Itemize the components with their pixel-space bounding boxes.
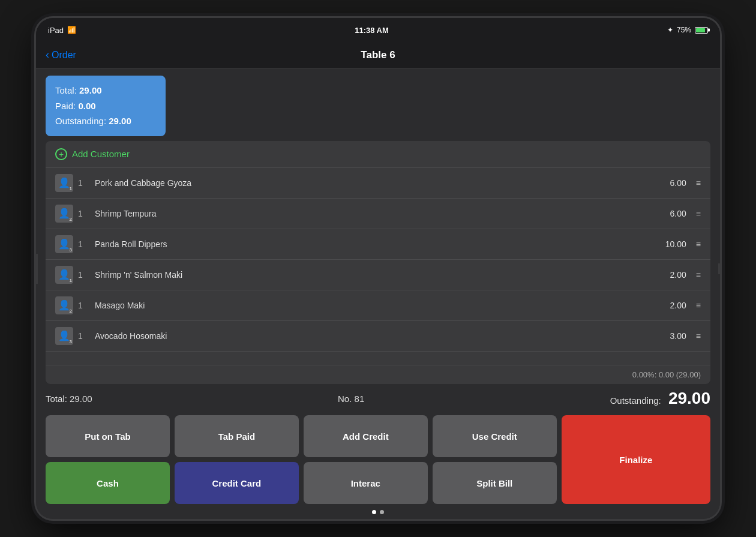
- finalize-button[interactable]: Finalize: [562, 415, 710, 504]
- use-credit-button[interactable]: Use Credit: [433, 415, 557, 457]
- footer-outstanding-label: Outstanding:: [610, 395, 661, 406]
- split-bill-button[interactable]: Split Bill: [433, 462, 557, 504]
- outstanding-label: Outstanding:: [55, 116, 106, 126]
- nav-title: Table 6: [361, 49, 395, 61]
- summary-card: Total: 29.00 Paid: 0.00 Outstanding: 29.…: [46, 76, 166, 136]
- avatar: 👤 1: [55, 266, 73, 284]
- menu-lines-icon[interactable]: ≡: [696, 209, 701, 218]
- device-name: iPad: [48, 26, 64, 35]
- back-label: Order: [52, 50, 76, 61]
- table-row[interactable]: 👤 1 1 Pork and Cabbage Gyoza 6.00 ≡: [46, 168, 710, 199]
- order-items-list: 👤 1 1 Pork and Cabbage Gyoza 6.00 ≡ 👤 2 …: [46, 168, 710, 365]
- ipad-frame: iPad 📶 11:38 AM ✦ 75% ‹ Order Table 6 To…: [36, 18, 720, 519]
- put-on-tab-button[interactable]: Put on Tab: [46, 415, 170, 457]
- credit-card-button[interactable]: Credit Card: [175, 462, 299, 504]
- table-row[interactable]: 👤 3 1 Avocado Hosomaki 3.00 ≡: [46, 321, 710, 352]
- order-num-label: No.: [338, 394, 352, 404]
- person-icon: 👤: [58, 177, 70, 188]
- table-row[interactable]: 👤 1 1 Shrimp 'n' Salmon Maki 2.00 ≡: [46, 260, 710, 290]
- pagination-dot-1: [372, 510, 376, 514]
- paid-label: Paid:: [55, 101, 76, 111]
- footer-outstanding-value: 29.00: [668, 389, 710, 407]
- side-button-right[interactable]: [718, 263, 720, 274]
- menu-lines-icon[interactable]: ≡: [696, 270, 701, 280]
- footer-total: Total: 29.00: [46, 394, 92, 404]
- nav-bar: ‹ Order Table 6: [36, 42, 720, 68]
- item-qty: 1: [78, 178, 90, 188]
- item-qty: 1: [78, 239, 90, 249]
- item-price: 2.00: [656, 301, 686, 310]
- avatar: 👤 3: [55, 235, 73, 253]
- side-button-left[interactable]: [36, 254, 38, 284]
- action-buttons: Put on Tab Tab Paid Add Credit Use Credi…: [36, 410, 720, 508]
- back-button[interactable]: ‹ Order: [46, 49, 76, 61]
- avatar: 👤 1: [55, 174, 73, 192]
- tax-line: 0.00%: 0.00 (29.00): [46, 365, 710, 384]
- person-icon: 👤: [58, 208, 70, 219]
- avatar-number: 1: [70, 278, 72, 283]
- avatar-number: 2: [70, 308, 72, 314]
- cash-button[interactable]: Cash: [46, 462, 170, 504]
- add-customer-label: Add Customer: [72, 149, 130, 159]
- item-qty: 1: [78, 209, 90, 218]
- battery-pct: 75%: [677, 26, 691, 34]
- add-credit-button[interactable]: Add Credit: [304, 415, 428, 457]
- paid-value: 0.00: [78, 101, 95, 111]
- item-name: Shrimp Tempura: [95, 209, 656, 218]
- interac-button[interactable]: Interac: [304, 462, 428, 504]
- status-left: iPad 📶: [48, 26, 76, 35]
- person-icon: 👤: [58, 238, 70, 250]
- item-name: Pork and Cabbage Gyoza: [95, 178, 656, 188]
- tab-paid-button[interactable]: Tab Paid: [175, 415, 299, 457]
- item-price: 6.00: [656, 209, 686, 218]
- bluetooth-icon: ✦: [667, 26, 673, 34]
- item-qty: 1: [78, 331, 90, 341]
- table-row[interactable]: 👤 2 1 Shrimp Tempura 6.00 ≡: [46, 199, 710, 229]
- menu-lines-icon[interactable]: ≡: [696, 331, 701, 341]
- menu-lines-icon[interactable]: ≡: [696, 239, 701, 249]
- person-icon: 👤: [58, 330, 70, 341]
- order-num: 81: [355, 394, 365, 404]
- chevron-left-icon: ‹: [46, 49, 49, 61]
- menu-lines-icon[interactable]: ≡: [696, 178, 701, 188]
- outstanding-value: 29.00: [109, 116, 131, 126]
- avatar: 👤 2: [55, 296, 73, 314]
- add-customer-button[interactable]: + Add Customer: [46, 141, 710, 168]
- item-name: Shrimp 'n' Salmon Maki: [95, 270, 656, 280]
- person-icon: 👤: [58, 299, 70, 311]
- clock: 11:38 AM: [355, 26, 389, 35]
- status-bar: iPad 📶 11:38 AM ✦ 75%: [36, 18, 720, 42]
- avatar: 👤 2: [55, 205, 73, 223]
- footer-total-label: Total:: [46, 394, 67, 404]
- outstanding-row: Outstanding: 29.00: [55, 113, 156, 129]
- avatar-number: 3: [70, 247, 72, 253]
- status-right: ✦ 75%: [667, 26, 708, 34]
- item-name: Masago Maki: [95, 301, 656, 310]
- pagination-dot-2: [380, 510, 384, 514]
- item-price: 6.00: [656, 178, 686, 188]
- avatar-number: 3: [70, 339, 72, 344]
- item-price: 2.00: [656, 270, 686, 280]
- main-content: Total: 29.00 Paid: 0.00 Outstanding: 29.…: [36, 68, 720, 519]
- total-row: Total: 29.00: [55, 83, 156, 98]
- person-icon: 👤: [58, 269, 70, 280]
- item-name: Panda Roll Dippers: [95, 239, 656, 249]
- table-row[interactable]: 👤 2 1 Masago Maki 2.00 ≡: [46, 290, 710, 321]
- footer-total-value: 29.00: [70, 394, 92, 404]
- menu-lines-icon[interactable]: ≡: [696, 301, 701, 310]
- item-qty: 1: [78, 301, 90, 310]
- total-label: Total:: [55, 85, 77, 95]
- pagination-dots: [36, 508, 720, 519]
- total-value: 29.00: [79, 85, 102, 95]
- avatar-number: 2: [70, 217, 72, 222]
- content-area: + Add Customer 👤 1 1 Pork and Cabbage Gy…: [46, 141, 710, 385]
- battery-icon: [695, 27, 708, 34]
- footer-order-num: No. 81: [338, 394, 364, 404]
- table-row[interactable]: 👤 3 1 Panda Roll Dippers 10.00 ≡: [46, 229, 710, 260]
- plus-circle-icon: +: [55, 148, 67, 160]
- wifi-icon: 📶: [67, 26, 76, 34]
- footer-outstanding: Outstanding: 29.00: [610, 389, 710, 408]
- item-price: 3.00: [656, 331, 686, 341]
- item-price: 10.00: [656, 239, 686, 249]
- avatar-number: 1: [70, 186, 72, 191]
